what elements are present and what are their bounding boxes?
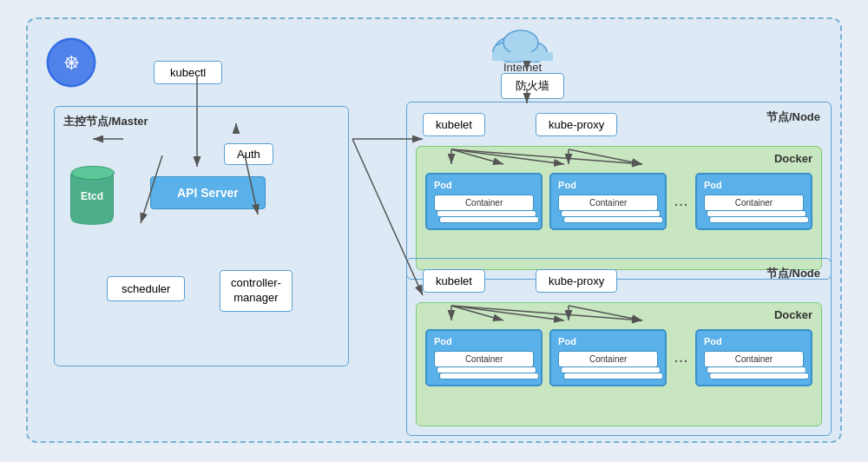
auth-box: Auth (224, 143, 273, 165)
node2-docker-label: Docker (774, 308, 812, 321)
node2-kubelet-label: kubelet (436, 274, 472, 287)
scheduler-box: scheduler (107, 276, 185, 301)
kubectl-box: kubectl (154, 61, 222, 84)
firewall-box: 防火墙 (501, 73, 564, 99)
node1-pod3: Pod Container (695, 173, 812, 230)
etcd-cylinder: Etcd (70, 172, 114, 220)
node2-pod1-shadow2 (439, 373, 539, 380)
api-server-box: API Server (150, 176, 266, 209)
master-label: 主控节点/Master (63, 114, 148, 129)
node1-kubelet-label: kubelet (436, 118, 472, 131)
node1-pod2-shadow1 (561, 210, 661, 217)
svg-text:⎈: ⎈ (64, 48, 79, 75)
node2-kubelet-box: kubelet (423, 269, 485, 293)
node1-section: 节点/Node kubelet kube-proxy Docker Pod Co… (406, 102, 832, 280)
node2-kube-proxy-label: kube-proxy (549, 274, 604, 287)
node1-kube-proxy-label: kube-proxy (549, 118, 604, 131)
etcd-label: Etcd (81, 190, 103, 202)
node1-pod1-title: Pod (434, 180, 534, 190)
node1-pod1: Pod Container (425, 173, 542, 230)
node2-docker-area: Docker Pod Container Pod Container (416, 302, 822, 426)
cloud-icon (488, 23, 557, 63)
node2-pod2-title: Pod (558, 336, 658, 346)
node2-pods-row: Pod Container Pod Container ... Pod (425, 329, 812, 386)
kubectl-label: kubectl (170, 66, 206, 79)
api-server-label: API Server (177, 186, 239, 200)
node2-kube-proxy-box: kube-proxy (536, 269, 617, 293)
node2-pod3-shadow1 (707, 366, 806, 373)
controller-label: controller-manager (231, 276, 281, 304)
k8s-logo: ⎈ (45, 36, 97, 89)
node1-kubelet-box: kubelet (423, 113, 485, 136)
node2-pod2-container: Container (558, 351, 658, 367)
main-container: ⎈ Internet 防火墙 kubectl 主控节点/Master Etcd (26, 17, 842, 443)
node2-pod3-title: Pod (704, 336, 804, 346)
node1-pod1-shadow1 (437, 210, 536, 217)
node1-dots: ... (674, 173, 688, 210)
controller-manager-box: controller-manager (220, 270, 293, 312)
scheduler-label: scheduler (122, 282, 170, 295)
node2-pod1-shadow1 (437, 366, 536, 373)
node2-pod1-container: Container (434, 351, 534, 367)
node2-pod3: Pod Container (695, 329, 812, 386)
node2-pod3-container: Container (704, 351, 804, 367)
node1-pod3-shadow2 (709, 216, 809, 223)
node1-pod2-shadow2 (563, 216, 663, 223)
svg-rect-7 (492, 52, 553, 61)
node1-pod2: Pod Container (549, 173, 667, 230)
node2-pod2-shadow1 (561, 366, 661, 373)
firewall-label: 防火墙 (516, 79, 549, 92)
node1-label: 节点/Node (766, 109, 820, 125)
node1-pod2-container: Container (558, 195, 658, 211)
node2-pod2: Pod Container (549, 329, 667, 386)
node2-pod1-title: Pod (434, 336, 534, 346)
node1-pod1-shadow2 (439, 216, 539, 223)
node1-kube-proxy-box: kube-proxy (536, 113, 617, 136)
node1-docker-label: Docker (774, 152, 812, 165)
node2-section: 节点/Node kubelet kube-proxy Docker Pod Co… (406, 258, 832, 436)
node1-pod3-shadow1 (707, 210, 806, 217)
internet-label: Internet (488, 61, 557, 74)
node2-pod2-shadow2 (563, 373, 663, 380)
node1-pod1-container: Container (434, 195, 534, 211)
auth-label: Auth (237, 148, 260, 161)
node1-docker-area: Docker Pod Container Pod Container (416, 146, 822, 270)
node1-pods-row: Pod Container Pod Container ... Pod (425, 173, 812, 230)
svg-point-6 (503, 30, 538, 55)
node1-pod3-container: Container (704, 195, 804, 211)
etcd-container: Etcd (70, 172, 114, 220)
master-section: 主控节点/Master Etcd Auth API Server schedul… (54, 106, 349, 366)
node1-pod3-title: Pod (704, 180, 804, 190)
node2-pod1: Pod Container (425, 329, 542, 386)
node2-label: 节点/Node (766, 266, 820, 281)
node1-pod2-title: Pod (558, 180, 658, 190)
node2-pod3-shadow2 (709, 373, 809, 380)
node2-dots: ... (674, 329, 688, 366)
internet-cloud: Internet (488, 23, 557, 74)
